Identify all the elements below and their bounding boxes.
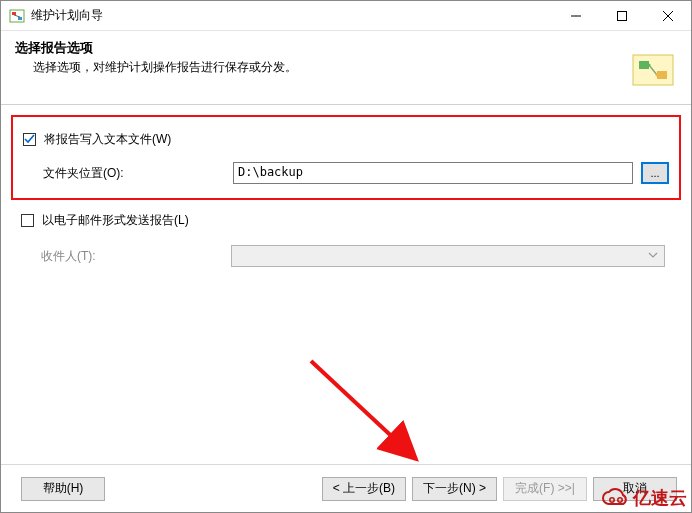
watermark-icon — [601, 486, 631, 510]
svg-rect-2 — [18, 17, 22, 20]
minimize-button[interactable] — [553, 1, 599, 31]
folder-location-input[interactable]: D:\backup — [233, 162, 633, 184]
back-button[interactable]: < 上一步(B) — [322, 477, 406, 501]
email-checkbox[interactable] — [21, 214, 34, 227]
svg-rect-5 — [618, 11, 627, 20]
maximize-button[interactable] — [599, 1, 645, 31]
minimize-icon — [571, 11, 581, 21]
svg-rect-1 — [12, 12, 16, 15]
check-icon — [24, 134, 35, 145]
page-title: 选择报告选项 — [15, 39, 677, 57]
footer: 帮助(H) < 上一步(B) 下一步(N) > 完成(F) >>| 取消 — [1, 464, 691, 512]
app-icon — [9, 8, 25, 24]
write-file-label: 将报告写入文本文件(W) — [44, 131, 171, 148]
next-button[interactable]: 下一步(N) > — [412, 477, 497, 501]
help-button[interactable]: 帮助(H) — [21, 477, 105, 501]
recipient-dropdown — [231, 245, 665, 267]
watermark: 亿速云 — [601, 486, 687, 510]
svg-point-12 — [648, 64, 651, 67]
svg-point-17 — [618, 498, 622, 502]
titlebar: 维护计划向导 — [1, 1, 691, 31]
wizard-icon — [631, 49, 677, 91]
email-checkbox-row: 以电子邮件形式发送报告(L) — [11, 212, 681, 229]
watermark-text: 亿速云 — [633, 486, 687, 510]
finish-button: 完成(F) >>| — [503, 477, 587, 501]
wizard-header: 选择报告选项 选择选项，对维护计划操作报告进行保存或分发。 — [1, 31, 691, 105]
browse-button[interactable]: ... — [641, 162, 669, 184]
svg-point-16 — [610, 498, 614, 502]
folder-location-label: 文件夹位置(O): — [43, 165, 233, 182]
write-file-checkbox-row: 将报告写入文本文件(W) — [23, 131, 669, 148]
chevron-down-icon — [648, 249, 658, 263]
svg-line-15 — [311, 361, 416, 459]
email-checkbox-label: 以电子邮件形式发送报告(L) — [42, 212, 189, 229]
write-file-checkbox[interactable] — [23, 133, 36, 146]
page-subtitle: 选择选项，对维护计划操作报告进行保存或分发。 — [33, 59, 677, 76]
content-area: 将报告写入文本文件(W) 文件夹位置(O): D:\backup ... 以电子… — [1, 105, 691, 277]
recipient-label: 收件人(T): — [41, 248, 231, 265]
folder-location-row: 文件夹位置(O): D:\backup ... — [43, 162, 669, 184]
close-icon — [663, 11, 673, 21]
svg-point-13 — [656, 74, 659, 77]
highlighted-section: 将报告写入文本文件(W) 文件夹位置(O): D:\backup ... — [11, 115, 681, 200]
annotation-arrow — [301, 351, 481, 481]
recipient-row: 收件人(T): — [11, 245, 681, 267]
window-title: 维护计划向导 — [31, 7, 103, 24]
close-button[interactable] — [645, 1, 691, 31]
maximize-icon — [617, 11, 627, 21]
